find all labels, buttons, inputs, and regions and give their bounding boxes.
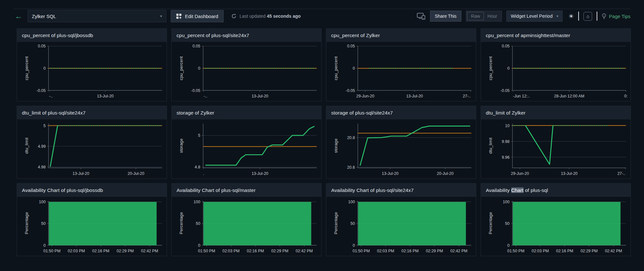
x-tick-label: 29-Jun-20 (356, 94, 374, 98)
title-text: cpu_percent of Zylker (331, 33, 380, 38)
y-tick-label: 0.05 (502, 44, 509, 48)
title-text: Availability Chart of plus-sql/jbossdb (22, 187, 103, 193)
x-tick-label: 02:03 PM (68, 249, 85, 253)
x-tick-label: 13-Jul-20 (97, 94, 114, 98)
y-tick-label: -0.05 (500, 88, 509, 93)
title-text: dtu_limit of Zylker (486, 110, 525, 115)
x-tick-label: 02:29 PM (426, 249, 443, 253)
edit-dashboard-label: Edit Dashboard (185, 14, 218, 19)
devices-icon[interactable] (417, 13, 426, 20)
title-text: cpu_percent of plus-sql/site24x7 (177, 33, 249, 38)
widget-body: 10050001:50 PM02:03 PM02:16 PM02:29 PM02… (172, 197, 321, 256)
widget-body: 0.050-0.05-..13-Jul-20cpu_percent (17, 42, 167, 101)
title-text: cpu_percent of plus-sql/jbossdb (22, 33, 93, 38)
share-this-button[interactable]: Share This (430, 11, 461, 22)
hour-toggle[interactable]: Hour (484, 12, 501, 20)
y-tick-label: 0.05 (192, 44, 200, 48)
dashboard-select[interactable]: Zylker SQL ▾ (28, 10, 166, 22)
page-tips-link[interactable]: Page Tips (602, 13, 630, 19)
chart-canvas[interactable]: 54.994.9813-Jul-2020-Jul-20dtu_limit (17, 119, 167, 179)
top-divider (14, 0, 630, 9)
chart-widget: storage of Zylker 54.8.13-Jul-20storage (171, 106, 322, 179)
title-text: of plus-sql (524, 187, 548, 193)
y-axis-label: dtu_limit (24, 137, 29, 154)
chevron-down-icon: ▾ (160, 14, 162, 18)
chart-canvas[interactable]: 10050001:50 PM02:03 PM02:16 PM02:29 PM02… (481, 197, 630, 256)
chart-widget: storage of plus-sql/site24x7 20.820.613-… (326, 106, 476, 179)
widget-title-bar[interactable]: dtu_limit of Zylker (481, 106, 630, 119)
brightness-icon[interactable]: ☀ (568, 13, 574, 20)
widget-body: 54.8.13-Jul-20storage (172, 119, 321, 179)
widget-title-bar[interactable]: Availability Chart of plus-sql/site24x7 (326, 184, 476, 197)
widget-title-bar[interactable]: Availability Chart of plus-sql (481, 184, 630, 197)
y-tick-label: 0 (43, 243, 46, 248)
raw-toggle[interactable]: Raw (467, 12, 484, 20)
widget-title-bar[interactable]: cpu_percent of apminsighttest/master (481, 29, 630, 42)
x-tick-label: 27-.. (617, 171, 625, 176)
chart-widget: Availability Chart of plus-sql/jbossdb 1… (17, 183, 167, 256)
back-arrow-icon[interactable]: ← (15, 12, 23, 20)
y-tick-label: 100 (194, 200, 200, 204)
chart-canvas[interactable]: 10050001:50 PM02:03 PM02:16 PM02:29 PM02… (326, 197, 476, 256)
edit-dashboard-button[interactable]: Edit Dashboard (171, 10, 224, 22)
widget-title-bar[interactable]: Availability Chart of plus-sql/jbossdb (17, 184, 167, 197)
widget-title-bar[interactable]: Availability Chart of plus-sql/master (172, 184, 321, 197)
widget-title-bar[interactable]: dtu_limit of plus-sql/site24x7 (17, 106, 167, 119)
title-text: storage of plus-sql/site24x7 (331, 110, 393, 115)
y-tick-label: 0.05 (347, 44, 355, 48)
x-tick-label: 02:16 PM (401, 249, 418, 253)
chart-canvas[interactable]: 0.050-0.05-Jun 12:..28-Jun 12:00 AM0:cpu… (481, 42, 630, 101)
series-line (525, 125, 553, 164)
y-axis-label: dtu_limit (488, 137, 493, 154)
top-bar: ← Zylker SQL ▾ Edit Dashboard Last updat… (0, 9, 644, 23)
title-text: dtu_limit of plus-sql/site24x7 (22, 110, 86, 115)
x-tick-label: . (203, 171, 204, 176)
chart-canvas[interactable]: 0.050-0.0529-Jun-2013-Jul-2027-..cpu_per… (326, 42, 476, 101)
chart-widget: Availability Chart of plus-sql/site24x7 … (326, 183, 476, 256)
widget-title: Availability Chart of plus-sql/jbossdb (22, 187, 103, 193)
widget-body: 0.050-0.0529-Jun-2013-Jul-2027-..cpu_per… (326, 42, 476, 101)
widget-body: 0.050-0.05-..13-Jul-20cpu_percent (172, 42, 321, 101)
x-tick-label: 02:42 PM (450, 249, 467, 253)
widget-title: Availability Chart of plus-sql/site24x7 (331, 187, 414, 193)
widget-title-bar[interactable]: cpu_percent of plus-sql/jbossdb (17, 29, 167, 42)
y-tick-label: 20.8 (347, 136, 355, 140)
x-tick-label: 20-Jul-20 (437, 171, 454, 176)
y-tick-label: 50 (505, 221, 510, 226)
widget-title-bar[interactable]: storage of plus-sql/site24x7 (326, 106, 476, 119)
x-tick-label: 01:50 PM (198, 249, 215, 253)
y-tick-label: 20.6 (347, 165, 355, 170)
chart-canvas[interactable]: 0.050-0.05-..13-Jul-20cpu_percent (172, 42, 321, 101)
chart-canvas[interactable]: 20.820.613-Jul-2020-Jul-20storage (326, 119, 476, 179)
edit-dashboard-icon (176, 14, 182, 19)
widget-body: 10050001:50 PM02:03 PM02:16 PM02:29 PM02… (326, 197, 476, 256)
chart-canvas[interactable]: 0.050-0.05-..13-Jul-20cpu_percent (17, 42, 167, 101)
title-text: storage of Zylker (177, 110, 214, 115)
y-tick-label: 4.98 (38, 165, 45, 169)
chart-canvas[interactable]: 10050001:50 PM02:03 PM02:16 PM02:29 PM02… (17, 197, 167, 256)
chart-canvas[interactable]: 109.989.9629-Jun-2013-Jul-2027-..dtu_lim… (481, 119, 630, 179)
widget-title-bar[interactable]: cpu_percent of Zylker (326, 29, 476, 42)
y-tick-label: 0.05 (38, 44, 45, 48)
widget-title: Availability Chart of plus-sql (486, 187, 548, 193)
widget-title: dtu_limit of plus-sql/site24x7 (22, 110, 86, 116)
widget-title: cpu_percent of Zylker (331, 33, 380, 38)
y-tick-label: 50 (351, 221, 355, 226)
widget-title-bar[interactable]: storage of Zylker (172, 106, 321, 119)
refresh-icon[interactable] (231, 14, 236, 19)
widget-body: 10050001:50 PM02:03 PM02:16 PM02:29 PM02… (17, 197, 167, 256)
x-tick-label: 02:03 PM (377, 249, 394, 253)
chart-widget: dtu_limit of Zylker 109.989.9629-Jun-201… (481, 106, 631, 179)
y-axis-label: Percentage (24, 212, 29, 234)
widget-title-bar[interactable]: cpu_percent of plus-sql/site24x7 (172, 29, 321, 42)
widget-body: 0.050-0.05-Jun 12:..28-Jun 12:00 AM0:cpu… (481, 42, 630, 101)
home-icon[interactable]: ⌂ (583, 12, 592, 21)
chart-canvas[interactable]: 10050001:50 PM02:03 PM02:16 PM02:29 PM02… (172, 197, 321, 256)
chart-canvas[interactable]: 54.8.13-Jul-20storage (172, 119, 321, 179)
y-axis-label: Percentage (333, 212, 338, 234)
widget-level-period-select[interactable]: Widget Level Period ▾ (506, 11, 562, 22)
divider (578, 12, 579, 21)
x-tick-label: 0: (624, 94, 628, 98)
bulb-icon (602, 13, 606, 19)
y-tick-label: 100 (348, 200, 355, 204)
